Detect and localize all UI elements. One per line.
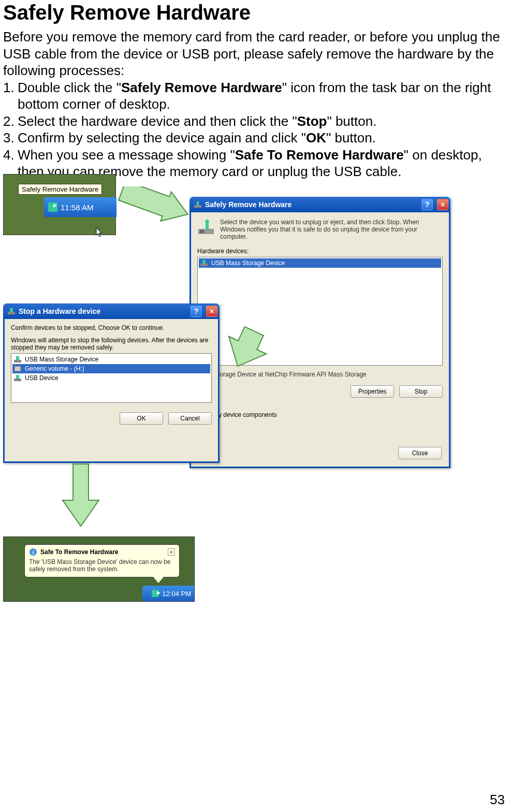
balloon-body: The 'USB Mass Storage Device' device can… xyxy=(29,558,175,573)
close-button[interactable]: × xyxy=(206,306,217,317)
stop-button[interactable]: Stop xyxy=(399,385,443,398)
arrow-icon xyxy=(215,319,272,376)
list-item[interactable]: USB Mass Storage Device xyxy=(12,355,210,364)
safely-remove-tray-icon[interactable] xyxy=(152,590,159,597)
balloon-title: Safe To Remove Hardware xyxy=(40,548,119,556)
cancel-button[interactable]: Cancel xyxy=(168,412,212,425)
svg-rect-1 xyxy=(197,202,199,205)
help-button[interactable]: ? xyxy=(421,199,433,210)
step-1: 1. Double click the "Safely Remove Hardw… xyxy=(3,79,507,113)
dialog-title: Stop a Hardware device xyxy=(19,307,100,315)
system-tray: 12:04 PM xyxy=(142,586,194,601)
hardware-icon xyxy=(197,219,215,236)
intro-text: Before you remove the memory card from t… xyxy=(0,28,510,79)
figure-safe-to-remove-balloon: i Safe To Remove Hardware × The 'USB Mas… xyxy=(3,536,195,602)
svg-rect-11 xyxy=(14,366,21,371)
page-title: Safely Remove Hardware xyxy=(0,0,510,28)
hardware-devices-label: Hardware devices: xyxy=(197,248,443,255)
step-3: 3. Confirm by selecting the device again… xyxy=(3,129,507,147)
arrow-icon xyxy=(115,186,193,233)
svg-rect-8 xyxy=(10,308,13,312)
arrow-icon xyxy=(55,459,107,531)
svg-rect-4 xyxy=(206,222,209,229)
usb-device-icon xyxy=(200,259,208,267)
volume-icon xyxy=(13,365,22,373)
page-number: 53 xyxy=(490,792,505,808)
svg-rect-13 xyxy=(16,375,19,379)
ok-button[interactable]: OK xyxy=(120,412,163,425)
stop-confirm-text: Confirm devices to be stopped, Choose OK… xyxy=(11,324,212,331)
svg-rect-7 xyxy=(8,312,15,314)
list-item[interactable]: USB Mass Storage Device xyxy=(199,258,441,268)
figure-area: Safely Remove Hardware 11:58 AM Safely R… xyxy=(3,174,454,650)
dialog-titlebar: Safely Remove Hardware ? × xyxy=(190,197,450,212)
step-list: 1. Double click the "Safely Remove Hardw… xyxy=(0,79,510,180)
svg-rect-5 xyxy=(200,264,208,266)
hardware-icon xyxy=(194,200,202,209)
svg-rect-9 xyxy=(14,360,21,363)
dialog-title: Safely Remove Hardware xyxy=(205,200,292,209)
hardware-icon xyxy=(7,307,16,315)
tray-clock: 12:04 PM xyxy=(162,590,191,598)
info-icon: i xyxy=(29,548,37,556)
figure-taskbar-tooltip: Safely Remove Hardware 11:58 AM xyxy=(3,174,116,235)
dialog-description: Select the device you want to unplug or … xyxy=(220,219,443,240)
dialog-titlebar: Stop a Hardware device ? × xyxy=(3,303,220,319)
svg-rect-12 xyxy=(14,379,21,381)
stop-warning-text: Windows will attempt to stop the followi… xyxy=(11,337,212,351)
step-2: 2. Select the hardware device and then c… xyxy=(3,113,507,130)
stop-hardware-dialog: Stop a Hardware device ? × Confirm devic… xyxy=(3,303,220,463)
usb-device-icon xyxy=(13,374,22,382)
tray-tooltip: Safely Remove Hardware xyxy=(18,184,102,195)
help-button[interactable]: ? xyxy=(191,306,202,317)
usb-device-icon xyxy=(13,355,22,364)
svg-rect-6 xyxy=(202,260,206,264)
svg-rect-10 xyxy=(16,356,19,360)
list-item[interactable]: USB Device xyxy=(12,373,210,383)
svg-rect-0 xyxy=(194,205,201,208)
notification-balloon: i Safe To Remove Hardware × The 'USB Mas… xyxy=(24,544,180,577)
system-tray: 11:58 AM xyxy=(44,197,116,217)
safely-remove-tray-icon[interactable] xyxy=(48,202,57,212)
list-item[interactable]: Generic volume - (H:) xyxy=(12,364,210,373)
tray-clock: 11:58 AM xyxy=(61,203,93,212)
stop-devices-list[interactable]: USB Mass Storage Device Generic volume -… xyxy=(11,353,212,403)
balloon-close-button[interactable]: × xyxy=(168,548,175,556)
close-button[interactable]: × xyxy=(437,199,448,210)
close-dialog-button[interactable]: Close xyxy=(398,447,442,459)
properties-button[interactable]: Properties xyxy=(351,385,394,398)
cursor-icon xyxy=(96,227,103,238)
svg-rect-3 xyxy=(200,230,204,233)
